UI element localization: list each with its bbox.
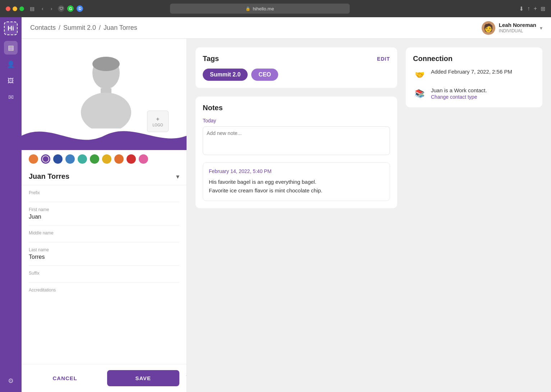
- breadcrumb-sep1: /: [59, 24, 60, 32]
- swatch-amber[interactable]: [114, 154, 124, 164]
- svg-point-1: [92, 57, 120, 71]
- tags-container: Summit 2.0 CEO: [203, 69, 390, 81]
- close-button[interactable]: [6, 6, 10, 11]
- name-section: Juan Torres ▾: [22, 168, 187, 185]
- field-first-name[interactable]: First name Juan: [29, 202, 179, 225]
- plus-icon: +: [156, 116, 159, 122]
- swatch-orange[interactable]: [29, 154, 38, 164]
- gallery-icon: 🖼: [8, 77, 14, 85]
- suffix-label: Suffix: [29, 271, 179, 276]
- form-actions: CANCEL SAVE: [22, 364, 187, 392]
- connection-column: Connection 🤝 Added February 7, 2022, 2:5…: [406, 47, 542, 383]
- field-suffix[interactable]: Suffix: [29, 266, 179, 283]
- swatch-blue[interactable]: [65, 154, 75, 164]
- field-last-name[interactable]: Last name Torres: [29, 242, 179, 266]
- sidebar-item-people[interactable]: 👤: [4, 57, 18, 71]
- notes-header: Notes: [203, 104, 390, 112]
- back-icon[interactable]: ‹: [40, 4, 45, 13]
- connection-added-item: 🤝 Added February 7, 2022, 2:56 PM: [413, 69, 535, 81]
- handshake-icon: 🤝: [413, 69, 426, 81]
- swatch-purple[interactable]: [41, 154, 50, 164]
- minimize-button[interactable]: [13, 6, 17, 11]
- first-name-label: First name: [29, 207, 179, 212]
- mail-icon: ✉: [8, 93, 14, 101]
- contacts-icon: ▤: [8, 44, 14, 52]
- note-card: February 14, 2022, 5:40 PM His favorite …: [203, 162, 390, 201]
- expand-icon[interactable]: ▾: [176, 173, 179, 181]
- contact-avatar: [72, 50, 137, 129]
- middle-name-label: Middle name: [29, 230, 179, 235]
- swatch-yellow[interactable]: [102, 154, 111, 164]
- people-icon: 👤: [7, 60, 15, 68]
- sidebar-item-contacts[interactable]: ▤: [4, 41, 18, 55]
- tag-ceo[interactable]: CEO: [251, 69, 278, 81]
- settings-icon: ⚙: [8, 377, 14, 385]
- color-swatches: [22, 150, 187, 168]
- swatch-teal[interactable]: [78, 154, 87, 164]
- new-tab-icon[interactable]: +: [534, 5, 537, 12]
- share-icon[interactable]: ↑: [527, 5, 530, 12]
- user-info: Leah Noreman INDIVIDUAL: [499, 22, 536, 33]
- avatar-section: + LOGO: [22, 39, 187, 150]
- change-contact-type-link[interactable]: Change contact type: [431, 94, 487, 100]
- user-menu[interactable]: 🧑 Leah Noreman INDIVIDUAL ▾: [482, 21, 542, 35]
- grid-icon[interactable]: ⊞: [541, 5, 545, 12]
- sidebar-item-mail[interactable]: ✉: [4, 90, 18, 104]
- new-note-input[interactable]: [203, 126, 390, 155]
- tags-title: Tags: [203, 55, 219, 63]
- field-middle-name[interactable]: Middle name: [29, 225, 179, 242]
- connection-added-text: Added February 7, 2022, 2:56 PM: [431, 69, 512, 75]
- note-today-label: Today: [203, 118, 390, 123]
- maximize-button[interactable]: [19, 6, 24, 11]
- tags-section: Tags EDIT Summit 2.0 CEO: [196, 47, 397, 88]
- accreditations-label: Accreditations: [29, 288, 179, 293]
- swatch-green[interactable]: [90, 154, 99, 164]
- chevron-down-icon: ▾: [540, 25, 542, 31]
- swatch-pink[interactable]: [139, 154, 148, 164]
- tags-edit-button[interactable]: EDIT: [377, 56, 390, 62]
- save-button[interactable]: SAVE: [107, 370, 180, 386]
- connection-items: 🤝 Added February 7, 2022, 2:56 PM 📚 Juan…: [413, 69, 535, 100]
- prefix-label: Prefix: [29, 190, 179, 195]
- add-logo-button[interactable]: + LOGO: [147, 111, 169, 132]
- user-name: Leah Noreman: [499, 22, 536, 28]
- swatch-dark-blue[interactable]: [53, 154, 63, 164]
- book-icon: 📚: [413, 87, 426, 100]
- sidebar-toggle-icon[interactable]: ▤: [28, 4, 36, 13]
- breadcrumb-summit[interactable]: Summit 2.0: [63, 24, 96, 32]
- url-text: hihello.me: [253, 6, 274, 11]
- connection-title: Connection: [413, 55, 453, 63]
- download-icon[interactable]: ⬇: [519, 5, 524, 12]
- notes-section: Notes Today February 14, 2022, 5:40 PM H…: [196, 97, 397, 208]
- tag-summit[interactable]: Summit 2.0: [203, 69, 248, 81]
- new-note-entry: Today: [203, 118, 390, 157]
- swatch-red[interactable]: [127, 154, 136, 164]
- extension-icons: 🛡 G ①: [58, 5, 83, 12]
- sidebar-item-gallery[interactable]: 🖼: [4, 74, 18, 88]
- address-bar[interactable]: 🔒 hihello.me: [170, 4, 350, 14]
- connection-header: Connection: [413, 55, 535, 63]
- note-text: His favorite bagel is an egg everything …: [209, 178, 384, 195]
- note-timestamp: February 14, 2022, 5:40 PM: [209, 168, 384, 174]
- breadcrumb-sep2: /: [99, 24, 101, 32]
- browser-actions: ⬇ ↑ + ⊞: [519, 5, 545, 12]
- connection-type-item: 📚 Juan is a Work contact. Change contact…: [413, 87, 535, 100]
- top-bar: Contacts / Summit 2.0 / Juan Torres 🧑 Le…: [22, 17, 551, 39]
- sidebar: Hi ▤ 👤 🖼 ✉ ⚙: [0, 17, 22, 392]
- forward-icon[interactable]: ›: [49, 4, 54, 13]
- breadcrumb-contacts[interactable]: Contacts: [30, 24, 56, 32]
- main-content: Contacts / Summit 2.0 / Juan Torres 🧑 Le…: [22, 17, 551, 392]
- green-extension-icon[interactable]: G: [67, 5, 74, 12]
- cancel-button[interactable]: CANCEL: [29, 370, 101, 386]
- last-name-value: Torres: [29, 254, 179, 260]
- shield-extension-icon[interactable]: 🛡: [58, 5, 64, 12]
- field-accreditations[interactable]: Accreditations: [29, 283, 179, 299]
- notes-title: Notes: [203, 104, 223, 112]
- connection-section: Connection 🤝 Added February 7, 2022, 2:5…: [406, 47, 542, 107]
- blue-extension-icon[interactable]: ①: [77, 5, 83, 12]
- sidebar-item-settings[interactable]: ⚙: [4, 374, 18, 388]
- app-container: Hi ▤ 👤 🖼 ✉ ⚙ Contacts / Summit 2.0 / Jua: [0, 17, 551, 392]
- field-prefix[interactable]: Prefix: [29, 185, 179, 202]
- app-logo[interactable]: Hi: [4, 22, 18, 35]
- last-name-label: Last name: [29, 247, 179, 252]
